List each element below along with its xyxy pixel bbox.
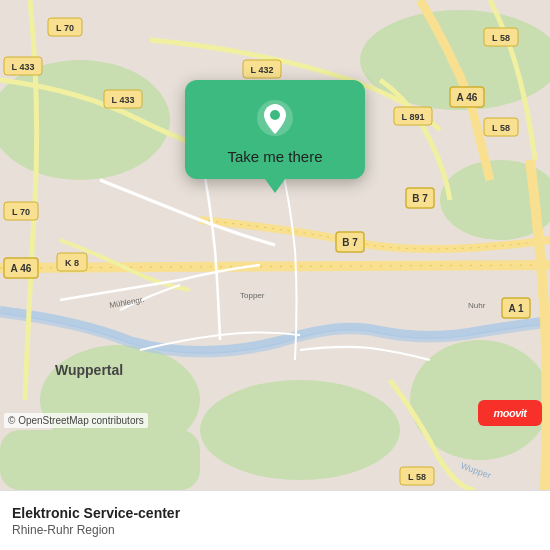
svg-text:Wuppertal: Wuppertal	[55, 362, 123, 378]
take-me-there-label: Take me there	[227, 148, 322, 165]
moovit-logo: moovit	[478, 400, 542, 426]
svg-point-5	[200, 380, 400, 480]
svg-text:L 70: L 70	[56, 23, 74, 33]
svg-text:A 1: A 1	[508, 303, 524, 314]
svg-text:L 58: L 58	[492, 123, 510, 133]
svg-text:A 46: A 46	[11, 263, 32, 274]
svg-text:Topper: Topper	[240, 291, 265, 300]
place-region: Rhine-Ruhr Region	[12, 523, 538, 537]
svg-text:B 7: B 7	[412, 193, 428, 204]
svg-text:L 58: L 58	[492, 33, 510, 43]
location-pin-icon	[255, 98, 295, 138]
svg-text:L 891: L 891	[402, 112, 425, 122]
svg-rect-7	[0, 430, 200, 490]
svg-text:K 8: K 8	[65, 258, 79, 268]
svg-text:Nuhr: Nuhr	[468, 301, 486, 310]
svg-text:L 433: L 433	[12, 62, 35, 72]
svg-text:L 432: L 432	[251, 65, 274, 75]
svg-text:L 58: L 58	[408, 472, 426, 482]
bottom-bar: Elektronic Service-center Rhine-Ruhr Reg…	[0, 490, 550, 550]
svg-text:L 70: L 70	[12, 207, 30, 217]
svg-text:L 433: L 433	[112, 95, 135, 105]
place-name: Elektronic Service-center	[12, 505, 538, 521]
svg-text:A 46: A 46	[457, 92, 478, 103]
svg-point-44	[270, 110, 280, 120]
svg-text:B 7: B 7	[342, 237, 358, 248]
take-me-there-popup[interactable]: Take me there	[185, 80, 365, 179]
osm-attribution: © OpenStreetMap contributors	[4, 413, 148, 428]
map-container: L 70 L 433 L 433 L 432 A 46 K 8 L 70 B 7…	[0, 0, 550, 490]
